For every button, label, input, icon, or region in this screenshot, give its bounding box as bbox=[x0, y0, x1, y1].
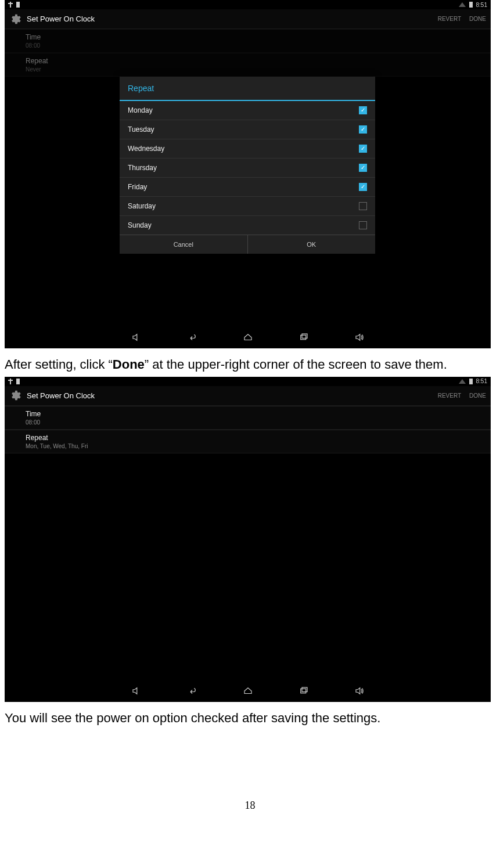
repeat-label: Repeat bbox=[26, 434, 470, 442]
svg-rect-1 bbox=[300, 335, 305, 340]
checkbox[interactable] bbox=[359, 164, 367, 172]
checkbox[interactable] bbox=[359, 183, 367, 191]
time-value: 08:00 bbox=[26, 419, 470, 426]
header-title: Set Power On Clock bbox=[27, 15, 430, 23]
app-header: Set Power On Clock REVERT DONE bbox=[5, 9, 491, 29]
home-icon[interactable] bbox=[240, 332, 256, 343]
volume-up-icon[interactable] bbox=[352, 332, 367, 343]
wifi-icon bbox=[459, 379, 466, 384]
recent-apps-icon[interactable] bbox=[296, 685, 311, 697]
day-row-monday[interactable]: Monday bbox=[120, 101, 375, 120]
svg-rect-5 bbox=[302, 687, 307, 692]
repeat-label: Repeat bbox=[26, 57, 470, 65]
day-label: Saturday bbox=[128, 202, 156, 210]
usb-icon bbox=[8, 379, 13, 384]
volume-down-icon[interactable] bbox=[129, 332, 144, 343]
day-row-wednesday[interactable]: Wednesday bbox=[120, 139, 375, 159]
time-label: Time bbox=[26, 410, 470, 418]
revert-button[interactable]: REVERT bbox=[438, 392, 461, 399]
back-icon[interactable] bbox=[185, 685, 200, 697]
instruction-paragraph-1: After setting, click “Done” at the upper… bbox=[0, 348, 500, 377]
battery-full-icon bbox=[469, 2, 473, 8]
volume-up-icon[interactable] bbox=[352, 685, 367, 697]
volume-down-icon[interactable] bbox=[129, 685, 144, 697]
back-icon[interactable] bbox=[185, 332, 200, 343]
repeat-dialog: Repeat MondayTuesdayWednesdayThursdayFri… bbox=[120, 77, 375, 254]
dialog-title: Repeat bbox=[120, 77, 375, 101]
settings-gear-icon bbox=[9, 389, 22, 402]
battery-icon bbox=[16, 2, 20, 8]
page-number: 18 bbox=[0, 799, 500, 812]
instruction-paragraph-2: You will see the power on option checked… bbox=[0, 702, 500, 730]
screenshot-2: 8:51 Set Power On Clock REVERT DONE Time… bbox=[5, 377, 491, 702]
checkbox[interactable] bbox=[359, 202, 367, 210]
usb-icon bbox=[8, 2, 13, 8]
ok-button[interactable]: OK bbox=[247, 235, 376, 254]
day-row-sunday[interactable]: Sunday bbox=[120, 216, 375, 235]
clock-text: 8:51 bbox=[476, 378, 487, 384]
revert-button[interactable]: REVERT bbox=[438, 16, 461, 22]
repeat-row[interactable]: Repeat Mon, Tue, Wed, Thu, Fri bbox=[5, 430, 491, 453]
day-row-tuesday[interactable]: Tuesday bbox=[120, 120, 375, 139]
day-row-saturday[interactable]: Saturday bbox=[120, 197, 375, 216]
done-button[interactable]: DONE bbox=[469, 392, 486, 399]
status-bar: 8:51 bbox=[5, 0, 491, 9]
day-label: Wednesday bbox=[128, 145, 164, 153]
checkbox[interactable] bbox=[359, 145, 367, 153]
svg-rect-2 bbox=[302, 334, 307, 338]
battery-icon bbox=[16, 379, 20, 384]
app-header: Set Power On Clock REVERT DONE bbox=[5, 386, 491, 406]
recent-apps-icon[interactable] bbox=[296, 332, 311, 343]
checkbox[interactable] bbox=[359, 125, 367, 134]
day-label: Sunday bbox=[128, 221, 152, 229]
home-icon[interactable] bbox=[240, 685, 256, 697]
time-value: 08:00 bbox=[26, 42, 470, 49]
svg-rect-4 bbox=[300, 689, 305, 693]
done-button[interactable]: DONE bbox=[469, 16, 486, 22]
repeat-value: Mon, Tue, Wed, Thu, Fri bbox=[26, 443, 470, 449]
screenshot-1: 8:51 Set Power On Clock REVERT DONE Time… bbox=[5, 0, 491, 348]
time-row[interactable]: Time 08:00 bbox=[5, 406, 491, 430]
day-row-thursday[interactable]: Thursday bbox=[120, 159, 375, 178]
day-row-friday[interactable]: Friday bbox=[120, 178, 375, 197]
settings-gear-icon bbox=[9, 13, 22, 26]
time-row[interactable]: Time 08:00 bbox=[5, 29, 491, 53]
status-bar: 8:51 bbox=[5, 377, 491, 386]
day-label: Monday bbox=[128, 106, 153, 114]
clock-text: 8:51 bbox=[476, 2, 487, 8]
repeat-value: Never bbox=[26, 66, 470, 73]
battery-full-icon bbox=[469, 379, 473, 384]
checkbox[interactable] bbox=[359, 106, 367, 114]
checkbox[interactable] bbox=[359, 221, 367, 229]
wifi-icon bbox=[459, 2, 466, 7]
day-label: Friday bbox=[128, 183, 147, 191]
time-label: Time bbox=[26, 33, 470, 41]
cancel-button[interactable]: Cancel bbox=[120, 235, 247, 254]
repeat-row[interactable]: Repeat Never bbox=[5, 53, 491, 77]
navigation-bar bbox=[5, 326, 491, 348]
header-title: Set Power On Clock bbox=[27, 391, 430, 400]
navigation-bar bbox=[5, 680, 491, 702]
day-label: Thursday bbox=[128, 164, 157, 172]
day-label: Tuesday bbox=[128, 125, 154, 134]
